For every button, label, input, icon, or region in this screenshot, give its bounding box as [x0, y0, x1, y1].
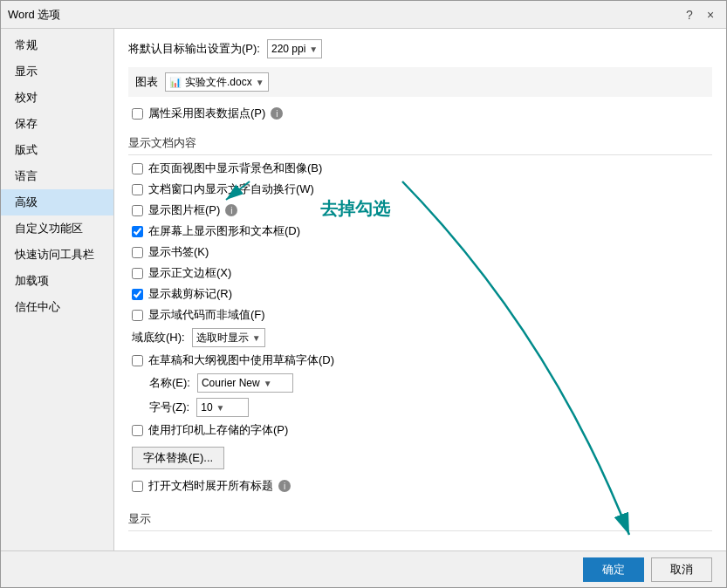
cancel-button[interactable]: 取消: [651, 557, 712, 582]
footer: 确定 取消: [1, 550, 726, 587]
sidebar-item-addins[interactable]: 加载项: [1, 268, 113, 294]
checkbox-field-codes[interactable]: [132, 310, 143, 321]
font-name-dropdown[interactable]: Courier New ▼: [197, 373, 293, 393]
checkbox-show-pic[interactable]: [132, 205, 143, 216]
checkbox-draft-font-row: 在草稿和大纲视图中使用草稿字体(D): [128, 352, 712, 368]
checkbox-chart-data[interactable]: [132, 108, 143, 120]
sidebar-item-language[interactable]: 语言: [1, 163, 113, 189]
sidebar-item-proofing[interactable]: 校对: [1, 85, 113, 111]
checkbox-bookmarks[interactable]: [132, 247, 143, 258]
content-wrapper: 将默认目标输出设置为(P): 220 ppi ▼ 图表 📊 实验文件.docx …: [114, 29, 726, 550]
checkbox-expand-titles-label[interactable]: 打开文档时展开所有标题: [148, 478, 273, 494]
dpi-value: 220 ppi: [271, 43, 305, 55]
checkbox-draft-font[interactable]: [132, 355, 143, 366]
dpi-dropdown[interactable]: 220 ppi ▼: [267, 39, 322, 58]
checkbox-border-label[interactable]: 显示正文边框(X): [148, 265, 231, 281]
checkbox-text-scroll-row: 文档窗口内显示文字自动换行(W): [128, 181, 712, 197]
field-shading-dropdown[interactable]: 选取时显示 ▼: [192, 328, 265, 347]
font-sub-row: 字体替换(E)...: [128, 447, 712, 469]
title-bar: Word 选项 ? ×: [1, 1, 726, 29]
checkbox-crop-marks[interactable]: [132, 289, 143, 300]
font-name-label: 名称(E):: [149, 375, 190, 391]
info-icon-chart: i: [271, 107, 283, 120]
checkbox-text-scroll-label[interactable]: 文档窗口内显示文字自动换行(W): [148, 181, 314, 197]
sidebar-item-save[interactable]: 保存: [1, 111, 113, 137]
checkbox-printer-font-row: 使用打印机上存储的字体(P): [128, 422, 712, 438]
sidebar-item-display[interactable]: 显示: [1, 58, 113, 85]
checkbox-show-shapes-row: 在屏幕上显示图形和文本框(D): [128, 223, 712, 239]
font-size-dropdown[interactable]: 10 ▼: [196, 398, 249, 417]
field-shading-value: 选取时显示: [196, 331, 249, 345]
sidebar-item-quick_access[interactable]: 快速访问工具栏: [1, 242, 113, 268]
font-size-value: 10: [201, 401, 212, 414]
font-size-arrow-icon: ▼: [216, 403, 225, 413]
sidebar-item-format[interactable]: 版式: [1, 137, 113, 163]
title-bar-buttons: ? ×: [681, 6, 719, 24]
checkbox-border[interactable]: [132, 268, 143, 279]
dpi-label: 将默认目标输出设置为(P):: [128, 41, 260, 57]
section-display: 显示: [128, 504, 712, 531]
sidebar-item-customize[interactable]: 自定义功能区: [1, 215, 113, 242]
sidebar: 常规显示校对保存版式语言高级自定义功能区快速访问工具栏加载项信任中心: [1, 29, 114, 550]
field-shading-row: 域底纹(H): 选取时显示 ▼: [128, 328, 712, 347]
chart-label: 图表: [135, 74, 158, 90]
checkbox-show-pic-row: 显示图片框(P) i 去掉勾选: [128, 202, 712, 218]
checkbox-expand-titles-row: 打开文档时展开所有标题 i: [128, 478, 712, 494]
chart-arrow-icon: ▼: [256, 78, 264, 87]
field-shading-arrow-icon: ▼: [252, 333, 261, 343]
checkbox-crop-label[interactable]: 显示裁剪标记(R): [148, 286, 232, 302]
checkbox-printer-font-label[interactable]: 使用打印机上存储的字体(P): [148, 422, 288, 438]
checkbox-chart-data-row: 属性采用图表数据点(P) i: [128, 106, 712, 121]
field-shading-label: 域底纹(H):: [132, 330, 185, 345]
info-icon-pic: i: [225, 204, 237, 216]
checkbox-show-pic-label[interactable]: 显示图片框(P): [148, 202, 220, 218]
font-name-row: 名称(E): Courier New ▼: [128, 373, 712, 393]
sidebar-item-trust_center[interactable]: 信任中心: [1, 294, 113, 320]
checkbox-bg-color[interactable]: [132, 163, 143, 174]
font-name-arrow-icon: ▼: [264, 379, 272, 388]
chart-file-value: 实验文件.docx: [185, 75, 252, 90]
checkbox-field-codes-row: 显示域代码而非域值(F): [128, 307, 712, 323]
chart-section: 图表 📊 实验文件.docx ▼: [128, 67, 712, 97]
dialog-title: Word 选项: [8, 7, 60, 23]
checkbox-bg-color-row: 在页面视图中显示背景色和图像(B): [128, 161, 712, 176]
checkbox-crop-row: 显示裁剪标记(R): [128, 286, 712, 302]
checkbox-show-shapes[interactable]: [132, 226, 143, 237]
section-show-doc: 显示文档内容: [128, 128, 712, 155]
chart-file-dropdown[interactable]: 📊 实验文件.docx ▼: [165, 72, 269, 92]
font-size-label: 字号(Z):: [149, 400, 189, 415]
help-button[interactable]: ?: [681, 6, 698, 24]
checkbox-printer-font[interactable]: [132, 425, 143, 436]
ok-button[interactable]: 确定: [583, 557, 644, 582]
word-options-dialog: Word 选项 ? × 常规显示校对保存版式语言高级自定义功能区快速访问工具栏加…: [0, 0, 727, 588]
sidebar-item-general[interactable]: 常规: [1, 32, 113, 58]
info-icon-expand: i: [278, 480, 291, 492]
annotation-text: 去掉勾选: [320, 197, 390, 221]
checkbox-text-scroll[interactable]: [132, 184, 143, 195]
dpi-arrow-icon: ▼: [309, 44, 318, 54]
checkbox-show-shapes-label[interactable]: 在屏幕上显示图形和文本框(D): [148, 223, 300, 239]
dpi-row: 将默认目标输出设置为(P): 220 ppi ▼: [128, 39, 712, 58]
close-button[interactable]: ×: [702, 6, 719, 24]
sidebar-item-advanced[interactable]: 高级: [1, 189, 113, 215]
checkbox-bookmarks-label[interactable]: 显示书签(K): [148, 244, 209, 260]
checkbox-expand-titles[interactable]: [132, 481, 143, 492]
checkbox-border-row: 显示正文边框(X): [128, 265, 712, 281]
checkbox-chart-data-label[interactable]: 属性采用图表数据点(P): [148, 106, 265, 121]
font-sub-button[interactable]: 字体替换(E)...: [132, 447, 224, 469]
font-name-value: Courier New: [202, 377, 260, 389]
checkbox-field-codes-label[interactable]: 显示域代码而非域值(F): [148, 307, 265, 323]
checkbox-bookmarks-row: 显示书签(K): [128, 244, 712, 260]
font-size-row: 字号(Z): 10 ▼: [128, 398, 712, 417]
content-area: 将默认目标输出设置为(P): 220 ppi ▼ 图表 📊 实验文件.docx …: [114, 29, 726, 550]
checkbox-draft-font-label[interactable]: 在草稿和大纲视图中使用草稿字体(D): [148, 352, 334, 368]
dialog-body: 常规显示校对保存版式语言高级自定义功能区快速访问工具栏加载项信任中心 将默认目标…: [1, 29, 726, 550]
checkbox-bg-color-label[interactable]: 在页面视图中显示背景色和图像(B): [148, 161, 322, 176]
